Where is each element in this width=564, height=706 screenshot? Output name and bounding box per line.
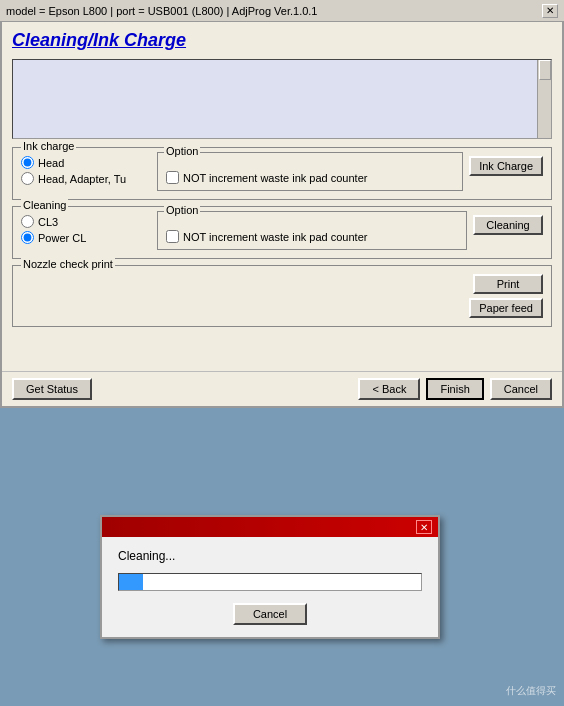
dialog-content: Cleaning... Cancel (102, 537, 438, 637)
radio-power-cl-label: Power CL (38, 232, 86, 244)
dialog-title-bar: ✕ (102, 517, 438, 537)
footer: Get Status < Back Finish Cancel (2, 371, 562, 406)
cleaning-option-check-label: NOT increment waste ink pad counter (183, 231, 367, 243)
scrollbar-thumb (539, 60, 551, 80)
page-title: Cleaning/Ink Charge (12, 30, 552, 51)
radio-power-cl-item: Power CL (21, 231, 151, 244)
spacer (12, 333, 552, 363)
dialog-cancel-button[interactable]: Cancel (233, 603, 307, 625)
nozzle-group: Nozzle check print Print Paper feed (12, 265, 552, 327)
ink-charge-row: Head Head, Adapter, Tu Option NOT increm… (21, 152, 543, 191)
main-window: Cleaning/Ink Charge Ink charge Head Head… (0, 22, 564, 408)
cleaning-option-group: Option NOT increment waste ink pad count… (157, 211, 467, 250)
cleaning-label: Cleaning (21, 199, 68, 211)
radio-head-adapter-input[interactable] (21, 172, 34, 185)
ink-charge-label: Ink charge (21, 140, 76, 152)
radio-head-adapter-label: Head, Adapter, Tu (38, 173, 126, 185)
ink-charge-option-check-label: NOT increment waste ink pad counter (183, 172, 367, 184)
title-bar-text: model = Epson L800 | port = USB001 (L800… (6, 5, 317, 17)
ink-charge-option-checkbox[interactable] (166, 171, 179, 184)
radio-head-item: Head (21, 156, 151, 169)
cleaning-radio-group: CL3 Power CL (21, 211, 151, 247)
ink-charge-radio-group: Head Head, Adapter, Tu (21, 152, 151, 188)
cleaning-option-label: Option (164, 204, 200, 216)
cleaning-row: CL3 Power CL Option NOT increment waste … (21, 211, 543, 250)
print-button[interactable]: Print (473, 274, 543, 294)
cleaning-option-check: NOT increment waste ink pad counter (166, 216, 458, 243)
title-bar: model = Epson L800 | port = USB001 (L800… (0, 0, 564, 22)
radio-head-label: Head (38, 157, 64, 169)
ink-charge-option-label: Option (164, 145, 200, 157)
progress-bar (119, 574, 143, 590)
radio-power-cl-input[interactable] (21, 231, 34, 244)
cancel-button[interactable]: Cancel (490, 378, 552, 400)
finish-button[interactable]: Finish (426, 378, 483, 400)
ink-charge-option-check: NOT increment waste ink pad counter (166, 157, 454, 184)
radio-cl3-item: CL3 (21, 215, 151, 228)
cleaning-btn-column: Cleaning (473, 211, 543, 235)
back-button[interactable]: < Back (358, 378, 420, 400)
close-button[interactable]: ✕ (542, 4, 558, 18)
radio-head-input[interactable] (21, 156, 34, 169)
progress-container (118, 573, 422, 591)
get-status-button[interactable]: Get Status (12, 378, 92, 400)
cleaning-group: Cleaning CL3 Power CL Option (12, 206, 552, 259)
log-scrollbar[interactable] (537, 60, 551, 138)
radio-cl3-input[interactable] (21, 215, 34, 228)
ink-charge-button[interactable]: Ink Charge (469, 156, 543, 176)
radio-cl3-label: CL3 (38, 216, 58, 228)
cleaning-dialog: ✕ Cleaning... Cancel (100, 515, 440, 639)
log-area (12, 59, 552, 139)
nozzle-content: Print Paper feed (21, 270, 543, 318)
watermark: 什么值得买 (506, 684, 556, 698)
dialog-footer: Cancel (118, 603, 422, 625)
cleaning-button[interactable]: Cleaning (473, 215, 543, 235)
content-area: Cleaning/Ink Charge Ink charge Head Head… (2, 22, 562, 371)
dialog-message: Cleaning... (118, 549, 422, 563)
nozzle-check-label: Nozzle check print (21, 258, 115, 270)
radio-head-adapter-item: Head, Adapter, Tu (21, 172, 151, 185)
ink-charge-option-group: Option NOT increment waste ink pad count… (157, 152, 463, 191)
ink-charge-group: Ink charge Head Head, Adapter, Tu Option (12, 147, 552, 200)
ink-charge-btn-column: Ink Charge (469, 152, 543, 176)
paper-feed-button[interactable]: Paper feed (469, 298, 543, 318)
dialog-close-button[interactable]: ✕ (416, 520, 432, 534)
cleaning-option-checkbox[interactable] (166, 230, 179, 243)
